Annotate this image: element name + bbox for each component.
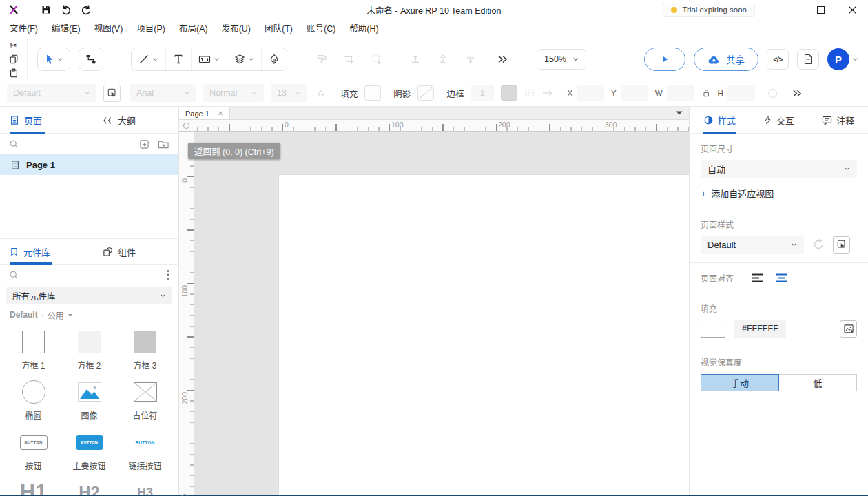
- tab-libraries[interactable]: 元件库: [0, 239, 85, 264]
- save-icon[interactable]: [41, 4, 52, 15]
- minimize-button[interactable]: [773, 0, 805, 19]
- formatbar-more-button[interactable]: [792, 89, 802, 98]
- font-size-select[interactable]: 13: [271, 84, 307, 102]
- toolbar-more-button[interactable]: [497, 54, 508, 64]
- search-icon[interactable]: [9, 139, 19, 149]
- back-to-origin-tooltip[interactable]: 返回到 (0, 0) (Ctrl+9): [188, 143, 280, 159]
- page-align-label: 页面对齐: [701, 272, 734, 284]
- tab-list-dropdown-icon[interactable]: [676, 110, 683, 116]
- y-field[interactable]: [621, 85, 648, 101]
- select-tool-button[interactable]: [37, 48, 70, 71]
- add-adaptive-view-button[interactable]: + 添加自适应视图: [701, 187, 857, 200]
- share-button[interactable]: 共享: [694, 48, 758, 71]
- notes-doc-button[interactable]: [797, 49, 819, 70]
- border-color-swatch[interactable]: [501, 85, 517, 101]
- menu-team[interactable]: 团队(T): [258, 19, 300, 39]
- align-center-icon[interactable]: [775, 273, 787, 283]
- fill-image-button[interactable]: [840, 320, 857, 338]
- ruler-origin-button[interactable]: [179, 120, 194, 132]
- tab-style[interactable]: 样式: [690, 107, 749, 133]
- maximize-button[interactable]: [805, 0, 836, 19]
- menu-arrange[interactable]: 布局(A): [172, 19, 215, 39]
- page-tab[interactable]: Page 1 ✕: [179, 107, 230, 119]
- add-folder-icon[interactable]: [158, 139, 169, 149]
- cut-icon[interactable]: ✂: [8, 41, 19, 51]
- library-group-header[interactable]: Default · 公用: [0, 306, 178, 324]
- text-style-button[interactable]: A: [318, 87, 324, 99]
- widget-box2[interactable]: 方框 2: [61, 325, 117, 375]
- inspect-code-button[interactable]: </>: [767, 49, 789, 70]
- layers-tool[interactable]: [227, 48, 262, 70]
- widget-ellipse[interactable]: 椭圆: [6, 375, 61, 426]
- tab-notes[interactable]: 注释: [809, 107, 868, 133]
- search-icon[interactable]: [9, 270, 19, 280]
- border-style-icon[interactable]: [524, 89, 535, 97]
- widget-h1[interactable]: H1: [6, 476, 61, 495]
- text-tool[interactable]: [166, 48, 192, 70]
- style-picker-button[interactable]: [833, 236, 850, 254]
- w-field[interactable]: [667, 85, 694, 101]
- widget-h3[interactable]: H3: [117, 476, 173, 495]
- text-field-tool[interactable]: [192, 48, 227, 70]
- fill-swatch[interactable]: [364, 85, 381, 101]
- page-list-item-selected[interactable]: Page 1: [0, 154, 178, 175]
- design-workspace[interactable]: [194, 132, 689, 495]
- document-tab-bar: Page 1 ✕: [179, 107, 689, 120]
- menu-publish[interactable]: 发布(U): [215, 19, 258, 39]
- tab-interactions[interactable]: 交互: [749, 107, 808, 133]
- arrow-style-icon[interactable]: [542, 89, 553, 97]
- fidelity-manual-button[interactable]: 手动: [701, 374, 779, 391]
- library-filter-select[interactable]: 所有元件库: [6, 287, 172, 304]
- page-tab-label: Page 1: [185, 110, 209, 118]
- fidelity-low-button[interactable]: 低: [779, 374, 857, 391]
- connector-tool-button[interactable]: [79, 48, 103, 71]
- style-picker-button[interactable]: [103, 85, 121, 102]
- h-field[interactable]: [727, 85, 755, 101]
- page-size-select[interactable]: 自动: [701, 160, 857, 178]
- page-fill-swatch[interactable]: [701, 320, 725, 338]
- line-tool[interactable]: [132, 48, 166, 70]
- widget-image[interactable]: 图像: [61, 375, 117, 426]
- add-page-icon[interactable]: [139, 139, 149, 149]
- kebab-menu-icon[interactable]: [167, 269, 169, 280]
- menu-view[interactable]: 视图(V): [87, 19, 130, 39]
- page-canvas[interactable]: [279, 175, 689, 495]
- shadow-swatch[interactable]: [417, 85, 434, 101]
- menu-project[interactable]: 项目(P): [130, 19, 172, 39]
- widget-box1[interactable]: 方框 1: [6, 325, 61, 375]
- redo-icon[interactable]: [81, 4, 92, 15]
- menu-file[interactable]: 文件(F): [3, 19, 45, 39]
- undo-icon[interactable]: [61, 4, 72, 15]
- tab-components[interactable]: 组件: [85, 239, 178, 264]
- tab-pages[interactable]: 页面: [0, 107, 85, 133]
- tab-close-icon[interactable]: ✕: [218, 110, 223, 117]
- zoom-select[interactable]: 150%: [537, 49, 586, 70]
- copy-icon[interactable]: [8, 54, 19, 65]
- widget-style-select[interactable]: Default: [7, 84, 96, 102]
- close-button[interactable]: [836, 0, 868, 19]
- trial-badge[interactable]: Trial expiring soon: [663, 3, 755, 17]
- preview-button[interactable]: [644, 48, 685, 71]
- lock-ratio-icon[interactable]: [701, 88, 711, 98]
- fill-hex-value[interactable]: #FFFFFF: [734, 320, 786, 338]
- paste-icon[interactable]: [8, 68, 19, 79]
- pen-tool[interactable]: [262, 48, 287, 70]
- widget-link-button[interactable]: BUTTON 链接按钮: [117, 426, 173, 476]
- widget-button[interactable]: BUTTON 按钮: [6, 426, 61, 476]
- border-width-field[interactable]: 1: [471, 85, 494, 101]
- font-family-select[interactable]: Arial: [130, 84, 196, 102]
- page-style-select[interactable]: Default: [701, 236, 804, 254]
- widget-box3[interactable]: 方框 3: [117, 325, 173, 375]
- widget-h2[interactable]: H2: [61, 476, 117, 495]
- menu-help[interactable]: 帮助(H): [342, 19, 385, 39]
- tab-outline[interactable]: 大纲: [85, 107, 178, 133]
- x-field[interactable]: [577, 85, 604, 101]
- widget-placeholder[interactable]: 占位符: [117, 375, 173, 426]
- account-avatar[interactable]: P: [827, 48, 849, 70]
- menu-account[interactable]: 账号(C): [300, 19, 342, 39]
- widget-primary-button[interactable]: BUTTON 主要按钮: [61, 426, 117, 476]
- align-left-icon[interactable]: [752, 273, 764, 283]
- font-weight-select[interactable]: Normal: [203, 84, 264, 102]
- menu-edit[interactable]: 编辑(E): [45, 19, 87, 39]
- avatar-chevron-icon[interactable]: [852, 57, 858, 61]
